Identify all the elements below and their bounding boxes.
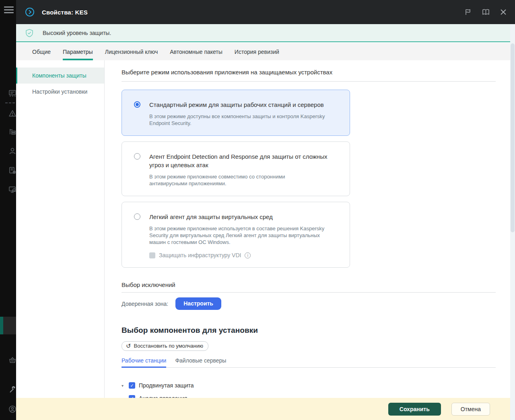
tab-parameters[interactable]: Параметры	[63, 43, 93, 60]
window-titlebar: Свойства: KES	[16, 0, 515, 24]
radio-selected-icon[interactable]	[134, 101, 140, 108]
monitor-search-icon[interactable]	[8, 186, 16, 194]
expander-icon[interactable]: ▾	[122, 383, 129, 388]
trusted-zone-label: Доверенная зона:	[122, 301, 168, 307]
hierarchy-icon[interactable]	[8, 128, 16, 136]
tab-standalone-packages[interactable]: Автономные пакеты	[170, 43, 222, 60]
warning-triangle-icon[interactable]	[8, 109, 16, 117]
radio-icon[interactable]	[134, 213, 140, 220]
protection-status-text: Высокий уровень защиты.	[43, 30, 111, 36]
exclusions-section-title: Выбор исключений	[122, 281, 496, 288]
flag-icon[interactable]	[464, 8, 472, 16]
option-description: В этом режиме приложение используется в …	[149, 225, 338, 246]
sidebar-item-protection-components[interactable]: Компоненты защиты	[16, 68, 104, 84]
option-description: В этом режиме доступны все компоненты за…	[149, 113, 330, 127]
basket-icon[interactable]	[8, 356, 16, 364]
mode-option-edr-agent[interactable]: Агент Endpoint Detection and Response дл…	[122, 141, 350, 196]
mode-option-light-agent[interactable]: Легкий агент для защиты виртуальных сред…	[122, 202, 350, 268]
console-nav-rail	[0, 0, 16, 420]
tab-license-key[interactable]: Лицензионный ключ	[105, 43, 158, 60]
mode-option-standard[interactable]: Стандартный режим для защиты рабочих ста…	[122, 90, 350, 136]
rail-active-item[interactable]	[0, 317, 16, 334]
property-tabs: Общие Параметры Лицензионный ключ Автоно…	[16, 43, 515, 60]
policy-chevron-icon	[25, 7, 35, 17]
divider	[122, 292, 496, 293]
account-circle-icon[interactable]	[8, 405, 16, 413]
menu-icon[interactable]	[4, 6, 14, 14]
scrollbar-thumb[interactable]	[511, 43, 515, 232]
content-area: Компоненты защиты Настройки установки Вы…	[16, 60, 510, 398]
tab-file-servers[interactable]: Файловые серверы	[175, 357, 226, 367]
document-gear-icon[interactable]	[8, 166, 16, 174]
device-type-tabs: Рабочие станции Файловые серверы	[122, 357, 496, 368]
user-icon[interactable]	[8, 147, 16, 155]
tab-workstations[interactable]: Рабочие станции	[122, 357, 166, 367]
option-title: Легкий агент для защиты виртуальных сред	[149, 213, 338, 221]
close-icon[interactable]	[499, 8, 508, 16]
mode-section-title: Выберите режим использования приложения …	[122, 68, 496, 76]
window-title: Свойства: KES	[42, 9, 88, 16]
info-icon[interactable]: i	[245, 252, 251, 258]
properties-window: Свойства: KES	[0, 0, 515, 420]
devices-card-icon[interactable]	[8, 89, 16, 97]
reset-defaults-label: Восстановить по умолчанию	[134, 343, 203, 349]
vertical-scrollbar[interactable]	[510, 24, 515, 420]
checkbox-checked-icon[interactable]: ✓	[129, 382, 135, 389]
sidebar-item-installation-settings[interactable]: Настройки установки	[16, 84, 104, 100]
book-icon[interactable]	[481, 8, 490, 16]
radio-icon[interactable]	[134, 153, 140, 160]
tree-label: Анализ поведения	[139, 395, 187, 398]
rail-active-indicator	[0, 317, 3, 334]
vdi-checkbox[interactable]	[149, 252, 155, 258]
rail-divider	[5, 102, 15, 103]
save-button[interactable]: Сохранить	[388, 403, 441, 416]
tree-row-advanced-protection: ▾ ✓ Продвинутая защита	[122, 381, 496, 389]
tab-revision-history[interactable]: История ревизий	[235, 43, 279, 60]
vdi-checkbox-label: Защищать инфраструктуру VDI	[159, 252, 241, 258]
option-title: Стандартный режим для защиты рабочих ста…	[149, 100, 330, 109]
option-title: Агент Endpoint Detection and Response дл…	[149, 152, 338, 169]
reset-icon: ↺	[126, 343, 131, 349]
protection-status-banner: Высокий уровень защиты.	[16, 24, 510, 42]
reset-defaults-button[interactable]: ↺ Восстановить по умолчанию	[122, 341, 208, 351]
components-tree: ▾ ✓ Продвинутая защита ✓ Анализ поведени…	[122, 381, 496, 398]
tree-label: Продвинутая защита	[139, 382, 194, 389]
settings-panel: Выберите режим использования приложения …	[105, 60, 510, 398]
checkbox-checked-icon[interactable]: ✓	[129, 395, 135, 398]
configure-button[interactable]: Настроить	[175, 297, 221, 310]
option-description: В этом режиме приложение совместимо со с…	[149, 173, 314, 187]
tab-general[interactable]: Общие	[32, 43, 51, 60]
cancel-button[interactable]: Отмена	[451, 403, 490, 416]
wrench-icon[interactable]	[8, 386, 16, 394]
components-section-title: Выбор компонентов для установки	[122, 326, 496, 335]
divider	[122, 81, 496, 82]
tree-row-behavior-analysis: ✓ Анализ поведения	[122, 394, 496, 398]
settings-sidebar: Компоненты защиты Настройки установки	[16, 60, 105, 398]
shield-check-icon	[25, 29, 34, 37]
action-bar: Сохранить Отмена	[16, 398, 510, 420]
